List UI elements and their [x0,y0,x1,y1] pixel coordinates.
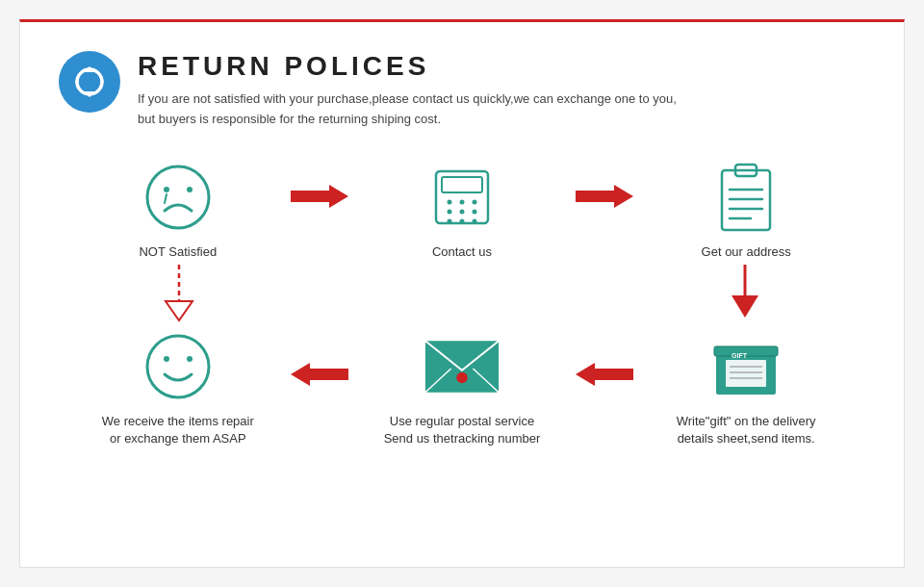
flow-row-2: We receive the items repair or exchange … [78,328,846,447]
svg-marker-26 [166,301,192,320]
main-card: RETURN POLICES If you are not satisfied … [19,19,905,568]
svg-point-29 [147,336,209,397]
svg-point-30 [164,356,169,362]
step-postal-service: Use regular postal service Send us thetr… [375,328,549,447]
receive-items-label: We receive the items repair or exchange … [102,413,254,447]
description: If you are not satisfied with your purch… [138,89,677,130]
svg-point-3 [164,187,169,192]
middle-arrows [78,261,846,328]
postal-service-label: Use regular postal service Send us thetr… [384,413,541,447]
flow-diagram: NOT Satisfied [59,159,865,448]
get-address-label: Get our address [702,243,791,261]
svg-point-12 [447,209,451,214]
svg-marker-37 [576,363,633,386]
svg-point-2 [147,166,209,228]
page-title: RETURN POLICES [138,51,677,82]
svg-point-9 [447,199,451,204]
happy-face-icon [140,328,217,405]
write-gift-label: Write"gift" on the delivery details shee… [677,413,816,447]
svg-rect-40 [726,360,766,387]
svg-text:GIFT: GIFT [732,352,748,359]
step-write-gift: GIFT Write"gift" on the delivery details… [659,328,833,447]
contact-us-label: Contact us [432,243,492,261]
phone-icon [424,159,500,236]
dashed-down-arrow [136,265,213,322]
svg-marker-6 [291,185,348,208]
arrow-right-1 [291,183,348,210]
header-text: RETURN POLICES If you are not satisfied … [138,51,677,130]
svg-point-10 [459,199,464,204]
sad-face-icon [140,159,217,236]
not-satisfied-label: NOT Satisfied [139,243,217,261]
solid-down-arrow [711,265,788,322]
svg-point-36 [456,371,467,382]
arrow-right-2 [576,183,633,210]
clipboard-icon [707,159,784,236]
header-section: RETURN POLICES If you are not satisfied … [59,51,865,130]
svg-line-5 [165,194,167,203]
svg-point-31 [187,356,192,362]
svg-point-17 [472,218,476,223]
envelope-icon [424,328,500,405]
step-get-address: Get our address [659,159,833,261]
svg-point-14 [472,209,476,214]
logo-icon [59,51,120,113]
svg-point-11 [472,199,476,204]
svg-marker-18 [576,185,633,208]
svg-point-4 [187,187,192,192]
step-not-satisfied: NOT Satisfied [91,159,265,261]
svg-rect-7 [436,171,488,223]
svg-point-16 [459,218,464,223]
gift-box-icon: GIFT [707,328,784,405]
flow-row-1: NOT Satisfied [78,159,846,261]
svg-marker-28 [732,295,758,318]
svg-point-13 [459,209,464,214]
svg-point-15 [447,218,451,223]
step-contact-us: Contact us [375,159,549,261]
svg-marker-32 [291,363,348,386]
arrow-left-1 [291,361,348,388]
step-receive-items: We receive the items repair or exchange … [91,328,265,447]
arrow-left-2 [576,361,633,388]
svg-rect-8 [442,177,482,192]
